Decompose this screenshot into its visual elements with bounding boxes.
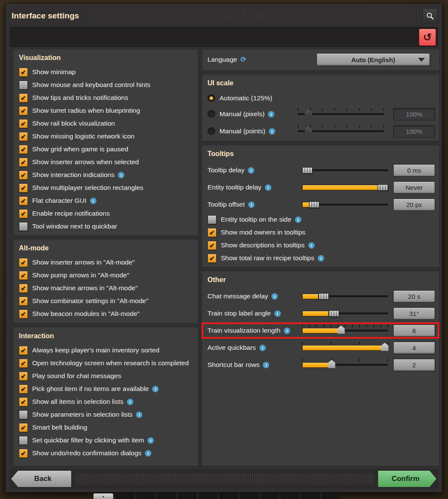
slider[interactable] [302,327,388,334]
slider-handle[interactable] [329,310,339,317]
checkbox[interactable]: ✔ [19,196,28,205]
language-dropdown[interactable]: Auto (English) [316,53,430,66]
checkbox[interactable]: ✔ [19,449,28,458]
slider-handle[interactable] [302,167,313,174]
tick-mark [371,108,372,111]
checkbox[interactable]: ✔ [19,132,28,141]
checkbox[interactable]: ✔ [19,145,28,154]
info-icon: i [318,255,324,262]
checkbox[interactable]: ✔ [19,183,28,192]
slider-row: Active quickbarsi4 [207,339,435,356]
slider[interactable] [302,184,388,191]
info-icon: i [248,167,254,174]
search-button[interactable] [422,9,438,23]
info-icon: i [263,362,269,368]
checkbox[interactable]: ✔ [19,158,28,167]
checkbox[interactable]: ✔ [19,310,28,319]
radio-label-text: Manual (pixels) [219,110,265,118]
confirm-button[interactable]: Confirm [378,471,436,487]
checkbox[interactable] [19,222,28,231]
slider-value[interactable]: 20 px [393,198,435,211]
checkbox[interactable]: ✔ [19,271,28,280]
checkbox-row: ✔Show rail block visualization [19,117,194,130]
footer-drag-handle[interactable] [76,473,373,484]
checkmark-icon: ✔ [19,310,27,318]
radio-label-text: Manual (points) [219,127,265,135]
checkbox[interactable]: ✔ [19,423,28,432]
slider-value[interactable]: Never [393,181,435,194]
checkbox[interactable] [207,215,216,224]
info-icon: i [147,437,154,444]
checkbox[interactable]: ✔ [19,397,28,406]
checkbox[interactable]: ✔ [207,228,216,237]
back-button[interactable]: Back [11,471,71,487]
radio-button[interactable] [207,127,215,135]
quickbar-toggle-button[interactable]: ▲ [93,493,113,499]
slider[interactable] [302,310,388,317]
tick-mark [359,125,360,128]
slider-value[interactable]: 0 ms [393,164,435,177]
checkbox[interactable]: ✔ [19,68,28,77]
checkbox-label: Show missing logistic network icon [32,132,135,140]
slider[interactable] [302,361,388,369]
checkbox[interactable]: ✔ [19,385,28,394]
checkbox[interactable]: ✔ [19,284,28,293]
checkbox[interactable]: ✔ [19,359,28,368]
slider-value[interactable]: 100% [393,125,435,138]
slider[interactable] [302,344,388,352]
checkbox[interactable]: ✔ [19,372,28,381]
radio-row: Automatic (125%) [207,91,435,105]
checkbox[interactable]: ✔ [19,258,28,267]
checkbox[interactable]: ✔ [19,93,28,102]
tick-mark [345,325,346,327]
slider-handle[interactable] [309,201,319,208]
reset-to-defaults-button[interactable]: ↺ [419,29,436,46]
slider-value[interactable]: 4 [393,342,435,354]
tick-mark [322,108,323,111]
checkbox[interactable]: ✔ [19,346,28,355]
info-icon: i [152,386,159,392]
section-interaction: Interaction ✔Always keep player's main i… [12,327,198,466]
slider-handle[interactable] [319,293,329,300]
checkbox[interactable] [19,436,28,445]
slider[interactable] [302,167,388,174]
slider-value[interactable]: 2 [393,359,435,371]
reset-icon: ↺ [423,32,432,42]
slider[interactable] [302,293,388,300]
info-icon: i [308,242,315,249]
window-drag-handle[interactable] [89,10,418,21]
slider-value[interactable]: 100% [393,108,435,120]
checkmark-icon: ✔ [19,107,27,115]
checkmark-icon: ✔ [19,271,27,280]
checkbox[interactable] [19,410,28,419]
slider-handle[interactable] [378,184,388,191]
slider[interactable] [302,201,388,208]
slider-value[interactable]: 31° [393,307,435,320]
radio-button[interactable] [207,94,215,102]
slider[interactable] [298,128,384,135]
checkbox-label: Show pump arrows in "Alt-mode" [32,271,129,279]
slider-value[interactable]: 6 [393,325,435,337]
checkmark-icon: ✔ [19,385,27,393]
slider[interactable] [298,111,384,118]
checkbox[interactable] [19,81,28,90]
info-icon: i [90,198,96,204]
radio-button[interactable] [207,110,215,118]
slider-value[interactable]: 20 s [393,290,435,303]
tick-mark [322,125,323,128]
section-other: Other Chat message delayi20 sTrain stop … [201,271,440,466]
checkbox[interactable]: ✔ [207,241,216,250]
checkbox[interactable]: ✔ [19,106,28,115]
slider-label-text: Train stop label angle [207,310,271,317]
checkbox-row: Show mouse and keyboard control hints [19,78,194,91]
checkbox-row: ✔Enable recipe notifications [19,207,194,220]
checkmark-icon: ✔ [208,241,216,250]
checkbox[interactable]: ✔ [19,119,28,128]
checkbox[interactable]: ✔ [19,209,28,218]
checkbox[interactable]: ✔ [19,171,28,180]
info-icon: i [145,450,151,457]
right-column: Language ⟳ Auto (English) UI scale Autom… [201,48,440,469]
checkbox[interactable]: ✔ [207,254,216,263]
checkbox[interactable]: ✔ [19,297,28,306]
checkbox-label: Show mouse and keyboard control hints [32,81,150,89]
